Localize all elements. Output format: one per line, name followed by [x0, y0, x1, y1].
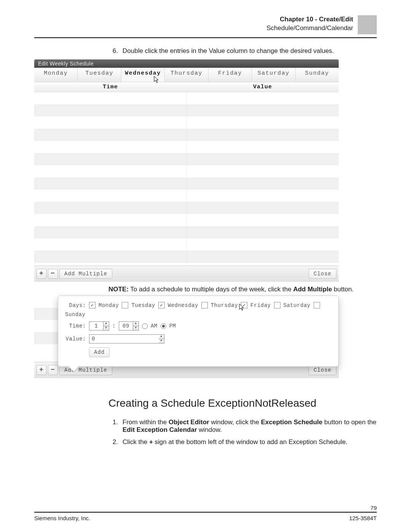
toolbar: + − Add Multiple Close [34, 265, 339, 282]
tab-saturday[interactable]: Saturday [252, 68, 295, 82]
checkbox-saturday[interactable] [274, 302, 280, 308]
tab-monday[interactable]: Monday [34, 68, 77, 82]
cursor-icon [239, 304, 245, 311]
col-value: Value [186, 82, 339, 92]
cursor-icon [154, 76, 160, 83]
minute-stepper[interactable]: 09 ▲▼ [119, 321, 139, 331]
add-multiple-screenshot: Days: Monday Tuesday Wednesday Thursday … [34, 296, 339, 378]
footer-left: Siemens Industry, Inc. [34, 515, 90, 521]
radio-am-label: AM [151, 323, 158, 329]
schedule-table[interactable] [34, 92, 339, 265]
radio-pm-label: PM [169, 323, 176, 329]
minute-up-icon[interactable]: ▲ [133, 322, 139, 326]
value-stepper[interactable]: 0 ▲▼ [89, 334, 164, 343]
checkbox-thursday[interactable] [201, 302, 208, 308]
tab-tuesday[interactable]: Tuesday [77, 68, 121, 82]
exception-step-2-number: 2. [108, 438, 118, 446]
edit-weekly-schedule-window: Edit Weekly Schedule Monday Tuesday Wedn… [34, 59, 339, 282]
note-tail: button. [332, 286, 354, 293]
hour-up-icon[interactable]: ▲ [104, 322, 109, 326]
checkbox-monday[interactable] [89, 302, 96, 308]
days-label: Days: [65, 302, 86, 308]
table-headers: Time Value [34, 82, 339, 92]
hour-down-icon[interactable]: ▼ [104, 326, 109, 331]
radio-pm[interactable] [161, 323, 166, 329]
checkbox-wednesday-label: Wednesday [168, 302, 198, 308]
radio-am[interactable] [142, 323, 148, 329]
checkbox-thursday-label: Thursday [211, 302, 238, 308]
checkbox-tuesday[interactable] [122, 302, 128, 308]
checkbox-tuesday-label: Tuesday [131, 302, 155, 308]
page-number: 79 [34, 505, 377, 511]
note-bold: Add Multiple [293, 286, 332, 293]
time-separator: : [112, 323, 116, 329]
header-line1: Chapter 10 - Create/Edit [266, 15, 353, 24]
value-label: Value: [65, 336, 86, 342]
header-line2: Schedule/Command/Calendar [266, 24, 353, 33]
popup-add-button[interactable]: Add [89, 347, 110, 357]
value-up-icon[interactable]: ▲ [159, 335, 164, 339]
step-6-number: 6. [108, 47, 118, 55]
logo-placeholder [358, 15, 377, 34]
value-input[interactable]: 0 [89, 335, 159, 343]
page-header: Chapter 10 - Create/Edit Schedule/Comman… [34, 15, 377, 38]
page-footer: 79 Siemens Industry, Inc. 125-3584T [34, 505, 377, 521]
tab-wednesday[interactable]: Wednesday [121, 68, 164, 82]
hour-stepper[interactable]: 1 ▲▼ [89, 321, 109, 331]
checkbox-saturday-label: Saturday [284, 302, 311, 308]
checkbox-sunday-label: Sunday [65, 312, 85, 318]
exception-step-2-text: Click the + sign at the bottom left of t… [123, 438, 377, 446]
close-button[interactable]: Close [309, 269, 336, 279]
exception-step-2: 2. Click the + sign at the bottom left o… [108, 438, 377, 446]
col-time: Time [34, 82, 186, 92]
checkbox-friday-label: Friday [250, 302, 271, 308]
add-button-2[interactable]: + [37, 365, 46, 375]
checkbox-wednesday[interactable] [158, 302, 165, 308]
checkbox-monday-label: Monday [99, 302, 119, 308]
minute-value: 09 [119, 322, 133, 330]
footer-right: 125-3584T [349, 515, 377, 521]
note-label: NOTE: [108, 286, 129, 293]
minute-down-icon[interactable]: ▼ [133, 326, 139, 331]
add-multiple-popup: Days: Monday Tuesday Wednesday Thursday … [58, 296, 339, 367]
exception-step-1: 1. From within the Object Editor window,… [108, 419, 377, 434]
remove-button[interactable]: − [48, 269, 58, 279]
remove-button-2[interactable]: − [48, 365, 58, 375]
exception-step-1-text: From within the Object Editor window, cl… [123, 419, 377, 434]
tab-friday[interactable]: Friday [208, 68, 252, 82]
tab-sunday[interactable]: Sunday [295, 68, 339, 82]
note-text: To add a schedule to multiple days of th… [129, 286, 293, 293]
step-6-text: Double click the entries in the Value co… [123, 47, 377, 55]
day-tabs: Monday Tuesday Wednesday Thursday Friday… [34, 68, 339, 82]
add-multiple-button[interactable]: Add Multiple [59, 269, 112, 279]
hour-value: 1 [89, 322, 104, 330]
add-button[interactable]: + [37, 269, 46, 279]
section-heading: Creating a Schedule ExceptionNotReleased [108, 397, 377, 409]
tab-thursday[interactable]: Thursday [164, 68, 208, 82]
exception-step-1-number: 1. [108, 419, 118, 434]
value-down-icon[interactable]: ▼ [159, 339, 164, 343]
step-6: 6. Double click the entries in the Value… [108, 47, 377, 55]
note-line: NOTE: To add a schedule to multiple days… [108, 286, 377, 293]
time-label: Time: [65, 323, 86, 329]
checkbox-sunday[interactable] [314, 302, 320, 308]
window-title: Edit Weekly Schedule [34, 59, 339, 68]
